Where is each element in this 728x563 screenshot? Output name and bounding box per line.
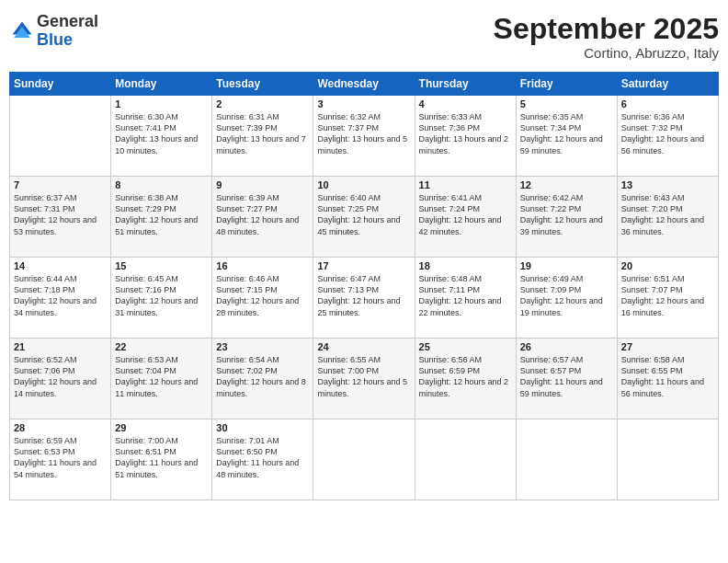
sunrise-text: Sunrise: 6:32 AM xyxy=(317,112,381,121)
daylight-text: Daylight: 12 hours and 42 minutes. xyxy=(419,215,502,236)
day-number: 19 xyxy=(520,260,613,271)
calendar-cell: 19 Sunrise: 6:49 AM Sunset: 7:09 PM Dayl… xyxy=(516,258,617,339)
col-saturday: Saturday xyxy=(617,73,718,96)
sunrise-text: Sunrise: 6:55 AM xyxy=(317,355,381,364)
daylight-text: Daylight: 12 hours and 45 minutes. xyxy=(317,215,400,236)
day-number: 7 xyxy=(14,179,107,190)
cell-info: Sunrise: 6:30 AM Sunset: 7:41 PM Dayligh… xyxy=(115,111,208,156)
cell-info: Sunrise: 6:42 AM Sunset: 7:22 PM Dayligh… xyxy=(520,192,613,237)
sunset-text: Sunset: 7:22 PM xyxy=(520,204,582,213)
sunrise-text: Sunrise: 6:46 AM xyxy=(216,274,279,283)
cell-info: Sunrise: 6:54 AM Sunset: 7:02 PM Dayligh… xyxy=(216,354,309,399)
daylight-text: Daylight: 12 hours and 19 minutes. xyxy=(520,296,603,316)
sunset-text: Sunset: 7:02 PM xyxy=(216,366,278,375)
sunrise-text: Sunrise: 6:42 AM xyxy=(520,193,584,202)
calendar-cell: 7 Sunrise: 6:37 AM Sunset: 7:31 PM Dayli… xyxy=(10,177,111,258)
sunrise-text: Sunrise: 6:56 AM xyxy=(419,355,483,364)
col-sunday: Sunday xyxy=(10,73,111,96)
calendar-cell: 12 Sunrise: 6:42 AM Sunset: 7:22 PM Dayl… xyxy=(516,177,617,258)
cell-info: Sunrise: 6:35 AM Sunset: 7:34 PM Dayligh… xyxy=(520,111,613,156)
cell-info: Sunrise: 6:44 AM Sunset: 7:18 PM Dayligh… xyxy=(14,273,107,318)
calendar-cell: 1 Sunrise: 6:30 AM Sunset: 7:41 PM Dayli… xyxy=(111,96,212,177)
calendar-week-row: 21 Sunrise: 6:52 AM Sunset: 7:06 PM Dayl… xyxy=(10,339,719,419)
cell-info: Sunrise: 6:33 AM Sunset: 7:36 PM Dayligh… xyxy=(419,111,512,156)
daylight-text: Daylight: 12 hours and 14 minutes. xyxy=(14,377,97,397)
sunset-text: Sunset: 7:09 PM xyxy=(520,285,582,294)
sunrise-text: Sunrise: 7:00 AM xyxy=(115,436,178,445)
day-number: 20 xyxy=(621,260,714,271)
col-friday: Friday xyxy=(516,73,617,96)
daylight-text: Daylight: 12 hours and 31 minutes. xyxy=(115,296,198,316)
day-number: 16 xyxy=(216,260,309,271)
sunrise-text: Sunrise: 6:43 AM xyxy=(621,193,685,202)
daylight-text: Daylight: 12 hours and 11 minutes. xyxy=(115,377,198,397)
sunrise-text: Sunrise: 6:38 AM xyxy=(115,193,178,202)
sunset-text: Sunset: 7:24 PM xyxy=(419,204,481,213)
daylight-text: Daylight: 12 hours and 5 minutes. xyxy=(317,377,407,397)
header: General Blue September 2025 Cortino, Abr… xyxy=(9,9,719,64)
day-number: 28 xyxy=(14,422,107,433)
day-number: 11 xyxy=(419,179,512,190)
cell-info: Sunrise: 6:40 AM Sunset: 7:25 PM Dayligh… xyxy=(317,192,410,237)
calendar-cell: 15 Sunrise: 6:45 AM Sunset: 7:16 PM Dayl… xyxy=(111,258,212,339)
calendar-cell: 8 Sunrise: 6:38 AM Sunset: 7:29 PM Dayli… xyxy=(111,177,212,258)
sunset-text: Sunset: 7:13 PM xyxy=(317,285,379,294)
calendar-cell: 28 Sunrise: 6:59 AM Sunset: 6:53 PM Dayl… xyxy=(10,419,111,500)
calendar-cell: 24 Sunrise: 6:55 AM Sunset: 7:00 PM Dayl… xyxy=(313,339,415,419)
cell-info: Sunrise: 6:37 AM Sunset: 7:31 PM Dayligh… xyxy=(14,192,107,237)
col-wednesday: Wednesday xyxy=(313,73,415,96)
sunset-text: Sunset: 7:29 PM xyxy=(115,204,176,213)
calendar-cell: 11 Sunrise: 6:41 AM Sunset: 7:24 PM Dayl… xyxy=(415,177,516,258)
sunrise-text: Sunrise: 6:52 AM xyxy=(14,355,77,364)
day-number: 22 xyxy=(115,341,208,352)
sunrise-text: Sunrise: 6:33 AM xyxy=(419,112,483,121)
calendar-cell: 16 Sunrise: 6:46 AM Sunset: 7:15 PM Dayl… xyxy=(212,258,313,339)
sunset-text: Sunset: 6:55 PM xyxy=(621,366,683,375)
sunset-text: Sunset: 6:57 PM xyxy=(520,366,582,375)
col-monday: Monday xyxy=(111,73,212,96)
day-number: 25 xyxy=(419,341,512,352)
cell-info: Sunrise: 6:46 AM Sunset: 7:15 PM Dayligh… xyxy=(216,273,309,318)
day-number: 8 xyxy=(115,179,208,190)
sunrise-text: Sunrise: 7:01 AM xyxy=(216,436,279,445)
day-number: 6 xyxy=(621,98,714,109)
daylight-text: Daylight: 13 hours and 7 minutes. xyxy=(216,134,306,155)
calendar-cell: 30 Sunrise: 7:01 AM Sunset: 6:50 PM Dayl… xyxy=(212,419,313,500)
calendar-cell: 4 Sunrise: 6:33 AM Sunset: 7:36 PM Dayli… xyxy=(415,96,516,177)
daylight-text: Daylight: 13 hours and 5 minutes. xyxy=(317,134,407,155)
calendar-cell xyxy=(617,419,718,500)
calendar-cell: 22 Sunrise: 6:53 AM Sunset: 7:04 PM Dayl… xyxy=(111,339,212,419)
sunrise-text: Sunrise: 6:30 AM xyxy=(115,112,178,121)
cell-info: Sunrise: 7:00 AM Sunset: 6:51 PM Dayligh… xyxy=(115,435,208,480)
logo-icon xyxy=(9,18,35,44)
location-subtitle: Cortino, Abruzzo, Italy xyxy=(494,45,719,61)
calendar-week-row: 7 Sunrise: 6:37 AM Sunset: 7:31 PM Dayli… xyxy=(10,177,719,258)
sunrise-text: Sunrise: 6:45 AM xyxy=(115,274,178,283)
calendar-cell: 10 Sunrise: 6:40 AM Sunset: 7:25 PM Dayl… xyxy=(313,177,415,258)
cell-info: Sunrise: 6:59 AM Sunset: 6:53 PM Dayligh… xyxy=(14,435,107,480)
day-number: 26 xyxy=(520,341,613,352)
sunrise-text: Sunrise: 6:59 AM xyxy=(14,436,77,445)
sunset-text: Sunset: 7:34 PM xyxy=(520,123,582,132)
calendar-cell: 18 Sunrise: 6:48 AM Sunset: 7:11 PM Dayl… xyxy=(415,258,516,339)
sunrise-text: Sunrise: 6:57 AM xyxy=(520,355,584,364)
daylight-text: Daylight: 12 hours and 2 minutes. xyxy=(419,377,509,397)
sunset-text: Sunset: 6:51 PM xyxy=(115,447,176,456)
sunset-text: Sunset: 7:20 PM xyxy=(621,204,683,213)
sunrise-text: Sunrise: 6:35 AM xyxy=(520,112,584,121)
sunrise-text: Sunrise: 6:37 AM xyxy=(14,193,77,202)
sunset-text: Sunset: 7:07 PM xyxy=(621,285,683,294)
calendar-cell: 9 Sunrise: 6:39 AM Sunset: 7:27 PM Dayli… xyxy=(212,177,313,258)
sunset-text: Sunset: 7:37 PM xyxy=(317,123,379,132)
day-number: 29 xyxy=(115,422,208,433)
day-number: 12 xyxy=(520,179,613,190)
daylight-text: Daylight: 12 hours and 28 minutes. xyxy=(216,296,299,316)
cell-info: Sunrise: 6:31 AM Sunset: 7:39 PM Dayligh… xyxy=(216,111,309,156)
calendar-cell: 6 Sunrise: 6:36 AM Sunset: 7:32 PM Dayli… xyxy=(617,96,718,177)
calendar-week-row: 28 Sunrise: 6:59 AM Sunset: 6:53 PM Dayl… xyxy=(10,419,719,500)
day-number: 9 xyxy=(216,179,309,190)
calendar-cell: 25 Sunrise: 6:56 AM Sunset: 6:59 PM Dayl… xyxy=(415,339,516,419)
daylight-text: Daylight: 12 hours and 39 minutes. xyxy=(520,215,603,236)
daylight-text: Daylight: 12 hours and 34 minutes. xyxy=(14,296,97,316)
calendar-cell xyxy=(415,419,516,500)
